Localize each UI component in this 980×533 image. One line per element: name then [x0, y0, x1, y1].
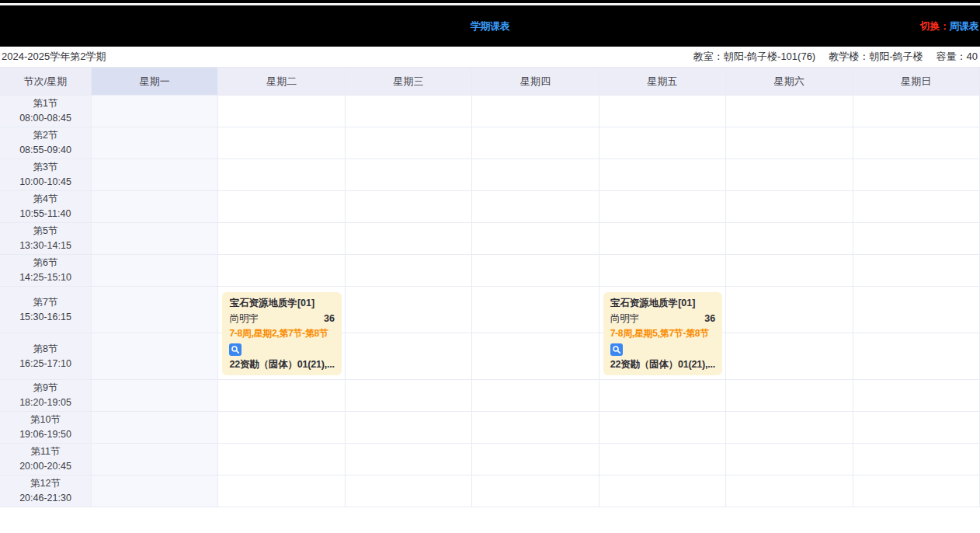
timetable-cell: [472, 333, 599, 380]
timetable-cell: [92, 412, 218, 444]
period-time: 08:55-09:40: [19, 143, 71, 158]
view-switch-link[interactable]: 切换：周课表: [920, 19, 978, 33]
period-time: 16:25-17:10: [19, 357, 71, 371]
course-teacher-row: 尚明宇36: [610, 312, 715, 327]
timetable-cell: [218, 444, 345, 476]
period-cell: 第4节10:55-11:40: [0, 191, 92, 223]
doc-magnifier-icon[interactable]: [610, 343, 623, 356]
info-bar: 2024-2025学年第2学期 教室：朝阳-鸽子楼-101(76) 教学楼：朝阳…: [0, 47, 980, 67]
timetable-cell: [472, 287, 599, 333]
timetable: 节次/星期星期一星期二星期三星期四星期五星期六星期日第1节08:00-08:45…: [0, 67, 980, 507]
capacity-value: 40: [967, 51, 978, 62]
course-class-info: 22资勘（固体）01(21),...: [229, 357, 334, 373]
timetable-cell: [853, 223, 980, 255]
timetable-cell: [472, 444, 599, 476]
timetable-cell: [92, 476, 218, 507]
timetable-cell: [599, 223, 726, 255]
timetable-cell: [726, 333, 853, 380]
period-time: 18:20-19:05: [19, 395, 71, 410]
timetable-cell: [726, 159, 853, 191]
period-name: 第11节: [31, 444, 61, 459]
timetable-cell: [853, 96, 980, 127]
timetable-cell: [726, 476, 853, 507]
period-cell: 第3节10:00-10:45: [0, 159, 92, 191]
day-header-2: 星期二: [218, 68, 345, 96]
period-time: 20:46-21:30: [19, 491, 71, 506]
timetable-cell: [346, 223, 472, 255]
timetable-cell: [92, 380, 218, 412]
timetable-cell: [726, 223, 853, 255]
timetable-cell: [472, 191, 599, 223]
timetable-cell: [218, 191, 345, 223]
timetable-cell: [346, 159, 472, 191]
period-name: 第8节: [33, 342, 58, 357]
period-time: 20:00-20:45: [19, 459, 71, 474]
course-teacher-row: 尚明宇36: [229, 312, 334, 327]
timetable-cell: [472, 476, 599, 507]
classroom-info: 教室：朝阳-鸽子楼-101(76): [693, 50, 815, 64]
period-name: 第5节: [33, 224, 58, 239]
timetable-cell: [218, 159, 345, 191]
timetable-cell: [726, 191, 853, 223]
period-cell: 第9节18:20-19:05: [0, 380, 92, 412]
period-name: 第10节: [30, 413, 61, 427]
switch-target-week-view[interactable]: 周课表: [950, 20, 979, 32]
day-header-7: 星期日: [853, 68, 980, 96]
building-info: 教学楼：朝阳-鸽子楼: [829, 50, 923, 64]
building-value: 朝阳-鸽子楼: [869, 51, 923, 62]
room-info-group: 教室：朝阳-鸽子楼-101(76) 教学楼：朝阳-鸽子楼 容量：40: [680, 50, 978, 64]
period-name: 第3节: [33, 160, 58, 175]
period-name: 第12节: [30, 476, 61, 491]
timetable-cell: [472, 96, 599, 127]
timetable-cell: [218, 476, 345, 507]
course-class-info: 22资勘（固体）01(21),...: [610, 357, 715, 373]
timetable-cell: [92, 287, 218, 333]
course-schedule: 7-8周,星期5,第7节-第8节: [610, 326, 715, 342]
period-time: 13:30-14:15: [19, 239, 71, 253]
timetable-cell: [218, 127, 345, 159]
course-teacher: 尚明宇: [229, 312, 259, 327]
period-time: 10:00-10:45: [19, 175, 71, 190]
timetable-cell: [599, 412, 726, 444]
course-student-count: 36: [324, 312, 335, 327]
course-schedule: 7-8周,星期2,第7节-第8节: [229, 326, 334, 342]
timetable-cell: [726, 412, 853, 444]
timetable-cell: [726, 287, 853, 333]
period-cell: 第12节20:46-21:30: [0, 476, 92, 507]
period-cell: 第8节16:25-17:10: [0, 333, 92, 380]
day-header-1: 星期一: [92, 68, 218, 96]
course-card[interactable]: 宝石资源地质学[01]尚明宇367-8周,星期5,第7节-第8节22资勘（固体）…: [603, 292, 722, 375]
day-header-6: 星期六: [726, 68, 853, 96]
building-label: 教学楼：: [829, 51, 869, 62]
timetable-cell: [599, 127, 726, 159]
period-time: 19:06-19:50: [19, 427, 71, 442]
period-cell: 第2节08:55-09:40: [0, 127, 92, 159]
timetable-cell: [472, 255, 599, 287]
timetable-cell: [92, 223, 218, 255]
timetable-cell: [853, 380, 980, 412]
timetable-cell: [218, 380, 345, 412]
timetable-cell: [599, 476, 726, 507]
timetable-cell: [472, 223, 599, 255]
course-teacher: 尚明宇: [610, 312, 640, 327]
corner-cell: 节次/星期: [0, 68, 92, 96]
timetable-cell: [472, 412, 599, 444]
period-cell: 第7节15:30-16:15: [0, 287, 92, 333]
course-title: 宝石资源地质学[01]: [229, 296, 334, 312]
timetable-cell: [218, 255, 345, 287]
period-name: 第1节: [33, 96, 58, 111]
timetable-cell: [599, 191, 726, 223]
timetable-cell: [599, 159, 726, 191]
course-card[interactable]: 宝石资源地质学[01]尚明宇367-8周,星期2,第7节-第8节22资勘（固体）…: [222, 292, 341, 375]
period-name: 第6节: [33, 256, 58, 270]
timetable-cell: [346, 127, 472, 159]
timetable-cell: [346, 255, 472, 287]
timetable-cell: [853, 476, 980, 507]
top-bar: 学期课表 切换：周课表: [0, 0, 980, 47]
timetable-cell: [599, 96, 726, 127]
timetable-cell: [92, 96, 218, 127]
timetable-cell: [346, 333, 472, 380]
doc-magnifier-icon[interactable]: [229, 343, 242, 356]
period-cell: 第5节13:30-14:15: [0, 223, 92, 255]
timetable-cell: [853, 412, 980, 444]
